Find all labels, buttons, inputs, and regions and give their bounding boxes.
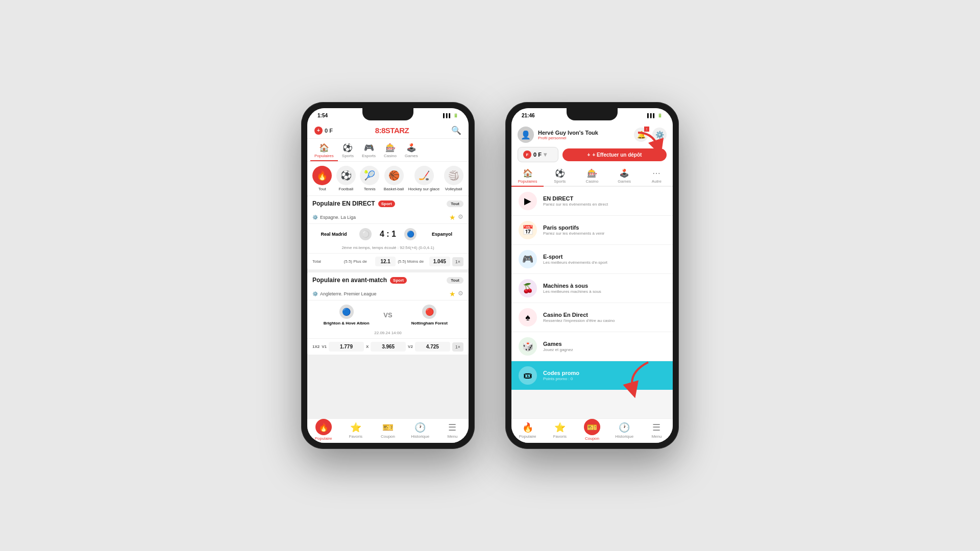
gear-icon-2[interactable]: ⚙: [458, 290, 463, 298]
bottom-coupon-label: Coupon: [381, 434, 395, 439]
section2-tout[interactable]: Tout: [447, 277, 463, 284]
menu-paris-sportifs[interactable]: 📅 Paris sportifs Pariez sur les événemen…: [511, 216, 673, 245]
bottom-favoris[interactable]: ⭐ Favoris: [339, 419, 372, 443]
vs-team1-name: Brighton & Hove Albion: [324, 321, 370, 325]
vs-team1: 🔵 Brighton & Hove Albion: [312, 305, 380, 325]
cat-hockey-label: Hockey sur glace: [408, 187, 439, 191]
star-icon-1[interactable]: ★: [449, 213, 456, 221]
menu-en-direct[interactable]: ▶ EN DIRECT Pariez sur les événements en…: [511, 187, 673, 216]
section2-badge[interactable]: Sport: [390, 277, 407, 284]
x-val[interactable]: 3.965: [371, 342, 406, 352]
promo-desc: Points promo : 0: [543, 377, 666, 381]
main-scroll-1[interactable]: Populaire EN DIRECT Sport Tout ⚙️ Espagn…: [307, 196, 469, 418]
tab2-autre[interactable]: ⋯ Autre: [641, 165, 673, 187]
bottom-historique[interactable]: 🕐 Historique: [404, 419, 436, 443]
esport-icon: 🎮: [519, 250, 537, 268]
total-minus-val[interactable]: 1.045: [429, 257, 450, 266]
en-direct-desc: Pariez sur les événements en direct: [543, 202, 666, 207]
deposit-label: + Effectuer un dépôt: [592, 152, 642, 158]
user-row: 👤 Hervé Guy Ivon's Touk Profil personnel…: [518, 127, 667, 143]
tab-populaires[interactable]: 🏠 Populaires: [310, 141, 338, 161]
sports-icon: ⚽: [342, 143, 353, 153]
cat-hockey[interactable]: 🏒 Hockey sur glace: [408, 166, 439, 191]
expand-btn-1[interactable]: 1×: [452, 257, 463, 266]
section1-badge[interactable]: Sport: [378, 201, 395, 207]
tab2-games[interactable]: 🕹️ Games: [608, 165, 641, 187]
gear-icon-1[interactable]: ⚙: [458, 213, 463, 221]
brand-logo-1: 8:8STARZ: [375, 126, 409, 135]
status-bar-2: 21:46 ▌▌▌ 🔋: [511, 108, 673, 122]
basketball-icon: 🏀: [384, 166, 404, 185]
x-label: X: [366, 344, 369, 349]
tab-esports[interactable]: 🎮 Esports: [358, 141, 380, 161]
games-icon: 🕹️: [406, 143, 416, 153]
tab2-games-icon: 🕹️: [619, 168, 629, 178]
vs-team2: 🔴 Nottingham Forest: [396, 305, 463, 325]
user-details: Hervé Guy Ivon's Touk Profil personnel: [538, 130, 598, 140]
bottom2-favoris[interactable]: ⭐ Favoris: [544, 419, 576, 443]
bottom-populaire[interactable]: 🔥 Populaire: [307, 419, 339, 443]
settings-btn[interactable]: ⚙️: [652, 128, 667, 142]
promo-title: Codes promo: [543, 370, 666, 376]
menu-list[interactable]: ▶ EN DIRECT Pariez sur les événements en…: [511, 187, 673, 418]
menu-machines[interactable]: 🍒 Machines à sous Les meilleures machine…: [511, 274, 673, 303]
tab-casino[interactable]: 🎰 Casino: [380, 141, 401, 161]
bottom-favoris-label: Favoris: [349, 434, 362, 439]
balance-display-1: 0 F: [325, 128, 333, 134]
bottom-coupon[interactable]: 🎫 Coupon: [372, 419, 404, 443]
balance-val-2: 0 F: [533, 152, 542, 158]
star-icon-2[interactable]: ★: [449, 290, 456, 298]
notification-btn[interactable]: 🔔 !: [634, 128, 648, 142]
favoris-nav-icon: ⭐: [350, 422, 361, 433]
machines-desc: Les meilleures machines à sous: [543, 289, 666, 294]
menu-esport[interactable]: 🎮 E-sport Les meilleurs événements d'e-s…: [511, 245, 673, 274]
tab2-populaires[interactable]: 🏠 Populaires: [511, 165, 544, 187]
total-plus-val[interactable]: 12.1: [375, 257, 396, 266]
user-subtitle[interactable]: Profil personnel: [538, 136, 598, 140]
add-balance-btn[interactable]: +: [314, 127, 323, 135]
cat-tennis[interactable]: 🎾 Tennis: [360, 166, 379, 191]
tab2-games-label: Games: [618, 179, 631, 184]
esports-icon: 🎮: [364, 143, 374, 153]
team2-name: Espanyol: [421, 232, 463, 237]
paris-sportifs-title: Paris sportifs: [543, 224, 666, 231]
tab-games[interactable]: 🕹️ Games: [401, 141, 422, 161]
tennis-icon: 🎾: [360, 166, 379, 185]
v1-val[interactable]: 1.779: [329, 342, 364, 352]
v2-label: V2: [408, 344, 413, 349]
header-actions: 🔔 ! ⚙️: [634, 128, 667, 142]
search-btn-1[interactable]: 🔍: [451, 126, 461, 135]
menu-promo[interactable]: 🎟 Codes promo Points promo : 0: [511, 361, 673, 390]
bottom2-menu[interactable]: ☰ Menu: [641, 419, 673, 443]
tab2-casino[interactable]: 🎰 Casino: [576, 165, 608, 187]
section1-header: Populaire EN DIRECT Sport Tout: [307, 196, 469, 211]
expand-btn-2[interactable]: 1×: [452, 342, 463, 352]
menu-games[interactable]: 🎲 Games Jouez et gagnez: [511, 332, 673, 361]
paris-sportifs-desc: Pariez sur les événements à venir: [543, 231, 666, 236]
app-header-1: + 0 F 8:8STARZ 🔍: [307, 122, 469, 139]
cat-football-label: Football: [339, 187, 353, 191]
phone1-inner: 1:54 ▌▌▌ 🔋 + 0 F 8:8STARZ 🔍 🏠 Po: [307, 108, 469, 443]
cat-football[interactable]: ⚽ Football: [336, 166, 356, 191]
bottom2-menu-icon: ☰: [652, 422, 660, 433]
section1-tout[interactable]: Tout: [447, 201, 463, 207]
cat-tout[interactable]: 🔥 Tout: [312, 166, 332, 191]
v2-val[interactable]: 4.725: [415, 342, 450, 352]
cat-basketball[interactable]: 🏀 Basket-ball: [384, 166, 404, 191]
deposit-btn[interactable]: + + Effectuer un dépôt: [562, 148, 667, 161]
section2-title: Populaire en avant-match: [312, 277, 387, 284]
match2-league: ⚙️ Angleterre. Premier League ★ ⚙: [307, 288, 469, 300]
tab2-autre-icon: ⋯: [652, 168, 660, 178]
bottom2-favoris-icon: ⭐: [554, 422, 566, 433]
menu-casino-direct[interactable]: ♠ Casino En Direct Ressentez l'impressio…: [511, 303, 673, 332]
header-left-1: + 0 F: [314, 127, 333, 135]
tab2-populaires-label: Populaires: [518, 179, 537, 184]
bottom2-coupon[interactable]: 🎫 Coupon: [576, 419, 608, 443]
bottom2-populaire[interactable]: 🔥 Populaire: [511, 419, 544, 443]
coupon-nav-icon: 🎫: [382, 422, 394, 433]
tab-sports[interactable]: ⚽ Sports: [338, 141, 358, 161]
cat-volleyball[interactable]: 🏐 Volleyball: [444, 166, 463, 191]
bottom2-historique[interactable]: 🕐 Historique: [608, 419, 641, 443]
tab2-sports[interactable]: ⚽ Sports: [544, 165, 576, 187]
bottom-menu[interactable]: ☰ Menu: [436, 419, 469, 443]
